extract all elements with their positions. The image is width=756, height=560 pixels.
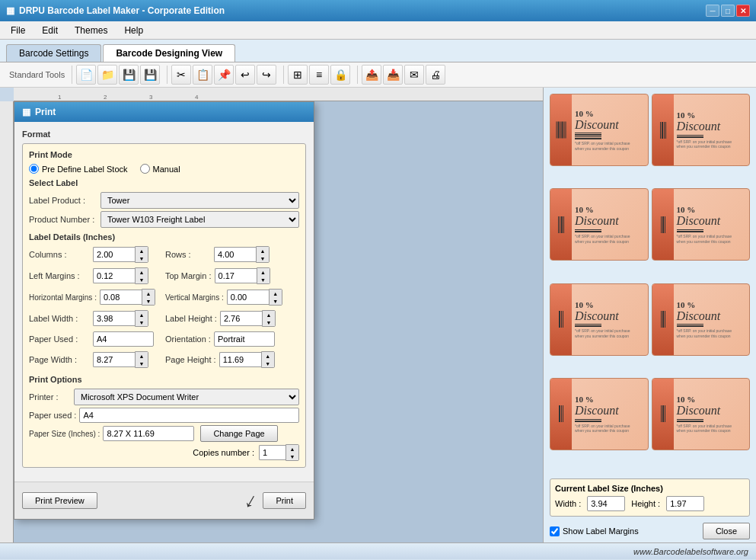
open-button[interactable]: 📁 — [97, 65, 117, 85]
label-product-select[interactable]: Tower — [100, 192, 299, 209]
copies-down[interactable]: ▼ — [286, 453, 298, 460]
paper-size-input[interactable] — [103, 426, 194, 441]
columns-down[interactable]: ▼ — [136, 254, 148, 262]
height-input[interactable] — [666, 496, 704, 511]
paste-button[interactable]: 📌 — [214, 65, 234, 85]
prev-left-bar-1 — [550, 94, 572, 165]
paper-used-input[interactable] — [93, 331, 154, 347]
label-height-input[interactable] — [220, 311, 262, 326]
columns-input[interactable] — [93, 247, 135, 262]
horiz-margins-input[interactable] — [100, 290, 142, 305]
print-action-button[interactable]: Print — [263, 492, 306, 509]
export-button[interactable]: 📤 — [362, 65, 381, 85]
align-button[interactable]: ≡ — [309, 65, 329, 85]
rows-up[interactable]: ▲ — [257, 247, 269, 254]
horiz-margins-down[interactable]: ▼ — [142, 297, 155, 305]
vert-margins-input[interactable] — [227, 290, 269, 305]
label-width-row: Label Width : ▲ ▼ — [29, 310, 163, 327]
page-height-input[interactable] — [219, 352, 261, 367]
preview-panel: 10 % Discount *off SRP. on your initial … — [543, 88, 756, 542]
paper-used2-input[interactable] — [79, 408, 299, 423]
list-item: 10 % Discount *off SRP. on your initial … — [652, 378, 751, 450]
label-width-down[interactable]: ▼ — [136, 318, 148, 326]
label-height-up[interactable]: ▲ — [263, 311, 275, 318]
new-button[interactable]: 📄 — [76, 65, 96, 85]
tab-barcode-designing[interactable]: Barcode Designing View — [103, 44, 235, 62]
printer-label: Printer : — [29, 392, 71, 402]
menu-edit[interactable]: Edit — [34, 24, 65, 37]
lock-button[interactable]: 🔒 — [330, 65, 350, 85]
top-margin-input[interactable] — [215, 268, 257, 283]
window-title: DRPU Barcode Label Maker - Corporate Edi… — [19, 5, 225, 16]
radio-manual-label[interactable]: Manual — [140, 164, 180, 174]
tab-barcode-settings[interactable]: Barcode Settings — [6, 44, 101, 62]
copies-input[interactable] — [259, 445, 285, 460]
menu-help[interactable]: Help — [116, 24, 151, 37]
page-width-up[interactable]: ▲ — [136, 352, 148, 360]
width-input[interactable] — [587, 496, 625, 511]
vert-margins-down[interactable]: ▼ — [270, 297, 282, 305]
label-height-down[interactable]: ▼ — [263, 318, 275, 326]
top-margin-down[interactable]: ▼ — [257, 276, 270, 283]
horiz-margins-up[interactable]: ▲ — [142, 290, 155, 297]
email-button[interactable]: ✉ — [404, 65, 424, 85]
title-bar: ▦ DRPU Barcode Label Maker - Corporate E… — [0, 0, 756, 21]
show-margins-checkbox[interactable] — [550, 526, 560, 536]
printer-select[interactable]: Microsoft XPS Document Writer — [74, 389, 299, 405]
label-width-input[interactable] — [93, 311, 135, 326]
copies-up[interactable]: ▲ — [286, 445, 298, 453]
save-as-button[interactable]: 💾 — [140, 65, 160, 85]
rows-input[interactable] — [214, 247, 256, 262]
page-height-up[interactable]: ▲ — [262, 352, 274, 360]
list-item: 10 % Discount *off SRP. on your initial … — [652, 283, 751, 356]
columns-up[interactable]: ▲ — [136, 247, 148, 254]
rows-spinners: ▲ ▼ — [256, 246, 270, 263]
product-number-select[interactable]: Tower W103 Freight Label — [100, 211, 299, 228]
menu-themes[interactable]: Themes — [67, 24, 115, 37]
top-margin-row: Top Margin : ▲ ▼ — [165, 267, 299, 284]
left-margins-up[interactable]: ▲ — [136, 268, 148, 276]
copies-row: Copies number : ▲ ▼ — [29, 444, 299, 461]
top-margin-up[interactable]: ▲ — [257, 268, 270, 276]
print-button[interactable]: 🖨 — [426, 65, 445, 85]
label-width-up[interactable]: ▲ — [136, 311, 148, 318]
close-button[interactable]: ✕ — [736, 5, 750, 17]
left-margins-input[interactable] — [93, 268, 135, 283]
rows-down[interactable]: ▼ — [257, 254, 269, 262]
redo-button[interactable]: ↪ — [257, 65, 276, 85]
change-page-button[interactable]: Change Page — [200, 425, 277, 442]
status-bar: www.Barcodelabelsoftware.org — [0, 542, 756, 559]
radio-predefine-label[interactable]: Pre Define Label Stock — [29, 164, 128, 174]
label-details-title: Label Details (Inches) — [29, 232, 299, 242]
maximize-button[interactable]: □ — [721, 5, 735, 17]
copies-label: Copies number : — [193, 448, 254, 457]
list-item: 10 % Discount *off SRP. on your initial … — [652, 188, 751, 261]
orientation-input[interactable] — [214, 331, 275, 347]
cut-button[interactable]: ✂ — [171, 65, 191, 85]
page-height-down[interactable]: ▼ — [262, 360, 274, 367]
close-button-panel[interactable]: Close — [703, 523, 750, 539]
grid-button[interactable]: ⊞ — [288, 65, 308, 85]
left-margins-down[interactable]: ▼ — [136, 276, 148, 283]
menu-file[interactable]: File — [3, 24, 33, 37]
list-item: 10 % Discount *off SRP. on your initial … — [550, 378, 649, 450]
rows-label: Rows : — [165, 250, 211, 259]
toolbar-group-3: ⊞ ≡ 🔒 — [288, 65, 350, 85]
import-button[interactable]: 📥 — [383, 65, 403, 85]
page-width-input[interactable] — [93, 352, 135, 367]
minimize-button[interactable]: ─ — [706, 5, 719, 17]
save-button[interactable]: 💾 — [119, 65, 139, 85]
undo-button[interactable]: ↩ — [235, 65, 255, 85]
vert-margins-up[interactable]: ▲ — [270, 290, 282, 297]
list-item: 10 % Discount *off SRP. on your initial … — [550, 283, 649, 356]
title-bar-controls: ─ □ ✕ — [706, 5, 750, 17]
radio-predefine-input[interactable] — [29, 164, 39, 174]
copy-button[interactable]: 📋 — [193, 65, 212, 85]
radio-manual-input[interactable] — [140, 164, 150, 174]
format-header: Format — [22, 130, 306, 139]
paper-used-label: Paper Used : — [29, 334, 90, 344]
label-product-label: Label Product : — [29, 196, 97, 205]
page-width-down[interactable]: ▼ — [136, 360, 148, 367]
toolbar-group-2: ✂ 📋 📌 ↩ ↪ — [171, 65, 276, 85]
print-preview-button[interactable]: Print Preview — [22, 492, 97, 509]
